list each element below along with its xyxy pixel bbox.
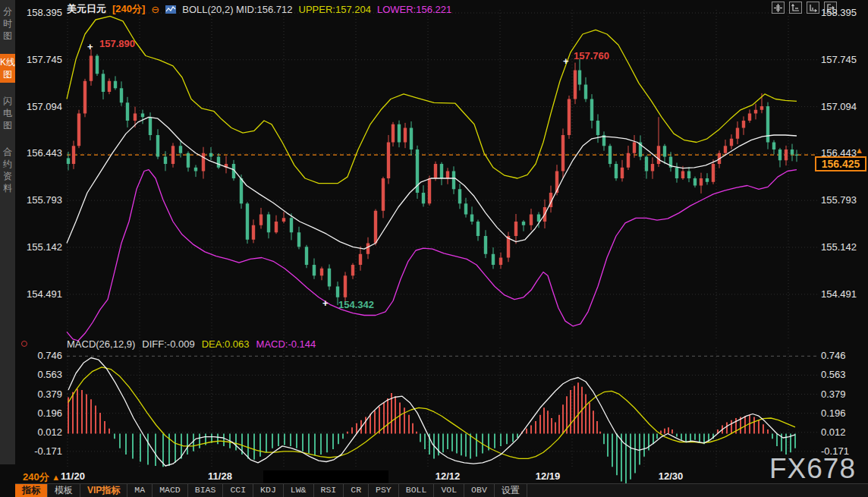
red-indicator-dot bbox=[21, 341, 27, 347]
chart-canvas[interactable] bbox=[0, 0, 868, 497]
price-tick-label: 157.094 bbox=[821, 101, 857, 112]
price-tick-label: 156.443 bbox=[821, 147, 857, 159]
macd-dea-value: DEA:0.063 bbox=[202, 338, 250, 350]
trading-app-window: 分时图 K线图 闪电图 合约资料 美元日元 [240分] ⊖ BOLL(20,2… bbox=[0, 0, 868, 497]
sidebar-item-time-chart[interactable]: 分时图 bbox=[0, 3, 15, 44]
pan-icon[interactable] bbox=[772, 2, 785, 14]
chart-thumbnail-icon bbox=[165, 5, 176, 14]
tab-boll[interactable]: BOLL bbox=[399, 484, 435, 497]
date-label: 11/20 bbox=[50, 470, 96, 482]
high-annotation-1: 157.890 bbox=[99, 38, 135, 49]
blackout-rectangle bbox=[263, 470, 388, 483]
tab-bias[interactable]: BIAS bbox=[188, 484, 224, 497]
price-tick-label: 155.142 bbox=[821, 241, 857, 253]
macd-macd-value: MACD:-0.144 bbox=[256, 338, 316, 350]
date-label: 12/30 bbox=[648, 470, 693, 482]
high-annotation-2: 157.760 bbox=[574, 50, 609, 61]
price-tick-label: 157.745 bbox=[821, 54, 857, 65]
price-tick-label: 154.491 bbox=[821, 288, 857, 300]
boll-upper-legend: UPPER:157.204 bbox=[299, 4, 371, 15]
low-annotation: 154.342 bbox=[338, 299, 374, 310]
tab-kdj[interactable]: KDJ bbox=[253, 484, 284, 497]
tab-macd[interactable]: MACD bbox=[153, 484, 188, 497]
price-tick-label: 158.395 bbox=[821, 7, 857, 18]
price-tick-label: 155.793 bbox=[821, 194, 857, 206]
symbol-name: 美元日元 bbox=[67, 2, 106, 16]
macd-tick-label: 0.746 bbox=[821, 350, 846, 361]
y-axis-scale-icon[interactable] bbox=[789, 2, 802, 14]
macd-tick-label: 0.563 bbox=[821, 369, 846, 380]
high-marker-cross-2: + bbox=[563, 55, 569, 67]
date-label: 12/19 bbox=[525, 470, 571, 482]
price-tick-label: 155.793 bbox=[20, 194, 62, 206]
tab-lw[interactable]: LW& bbox=[284, 484, 314, 497]
macd-tick-label: 0.563 bbox=[20, 369, 62, 380]
macd-tick-label: -0.171 bbox=[20, 445, 62, 457]
low-marker-cross: + bbox=[322, 297, 329, 309]
macd-tick-label: 0.196 bbox=[20, 407, 62, 419]
chart-header: 美元日元 [240分] ⊖ BOLL(20,2) MID:156.712 UPP… bbox=[67, 2, 451, 16]
boll-mid-legend: BOLL(20,2) MID:156.712 bbox=[182, 4, 292, 15]
indicator-toolbar: 指标 模板 VIP指标 MA MACD BIAS CCI KDJ LW& RSI… bbox=[15, 483, 868, 497]
tab-cci[interactable]: CCI bbox=[223, 484, 253, 497]
macd-tick-label: 0.746 bbox=[20, 350, 62, 361]
tab-psy[interactable]: PSY bbox=[369, 484, 399, 497]
tab-vol[interactable]: VOL bbox=[434, 484, 464, 497]
tab-rsi[interactable]: RSI bbox=[314, 484, 344, 497]
price-tick-label: 154.491 bbox=[20, 288, 62, 300]
price-tick-label: 155.142 bbox=[20, 241, 62, 253]
tab-template[interactable]: 模板 bbox=[48, 484, 80, 497]
macd-tick-label: 0.012 bbox=[20, 426, 62, 438]
period-label: 240分 bbox=[23, 471, 49, 483]
macd-tick-label: 0.379 bbox=[20, 388, 62, 400]
tab-indicator[interactable]: 指标 bbox=[15, 484, 48, 497]
price-tick-label: 157.745 bbox=[20, 54, 62, 65]
sidebar-item-kline-chart[interactable]: K线图 bbox=[0, 54, 15, 83]
date-label: 11/28 bbox=[197, 470, 243, 482]
price-tick-label: 157.094 bbox=[20, 101, 62, 112]
tab-cr[interactable]: CR bbox=[344, 484, 369, 497]
macd-tick-label: 0.379 bbox=[821, 388, 846, 400]
x-axis-scale-icon[interactable] bbox=[807, 2, 819, 14]
sidebar-item-flash-chart[interactable]: 闪电图 bbox=[0, 93, 15, 134]
macd-tick-label: 0.196 bbox=[821, 407, 846, 419]
watermark: FX678 bbox=[769, 453, 856, 485]
macd-legend: MACD(26,12,9) DIFF:-0.009 DEA:0.063 MACD… bbox=[67, 338, 316, 350]
price-tick-label: 156.443 bbox=[20, 147, 62, 159]
tab-vip-indicator[interactable]: VIP指标 bbox=[80, 484, 127, 497]
boll-lower-legend: LOWER:156.221 bbox=[377, 4, 451, 15]
price-tick-label: 158.395 bbox=[20, 7, 62, 18]
sidebar-item-contract-info[interactable]: 合约资料 bbox=[0, 143, 15, 197]
tab-settings[interactable]: 设置 bbox=[495, 484, 527, 497]
timeframe-label: [240分] bbox=[112, 2, 145, 16]
date-label: 12/12 bbox=[425, 470, 470, 482]
macd-title: MACD(26,12,9) bbox=[67, 338, 135, 350]
tab-ma[interactable]: MA bbox=[127, 484, 153, 497]
macd-diff-value: DIFF:-0.009 bbox=[142, 338, 194, 350]
high-marker-cross: + bbox=[87, 41, 93, 52]
chart-type-sidebar: 分时图 K线图 闪电图 合约资料 bbox=[0, 0, 15, 464]
macd-tick-label: 0.012 bbox=[821, 426, 846, 438]
tab-obv[interactable]: OBV bbox=[464, 484, 495, 497]
minus-circle-icon[interactable]: ⊖ bbox=[151, 5, 159, 14]
